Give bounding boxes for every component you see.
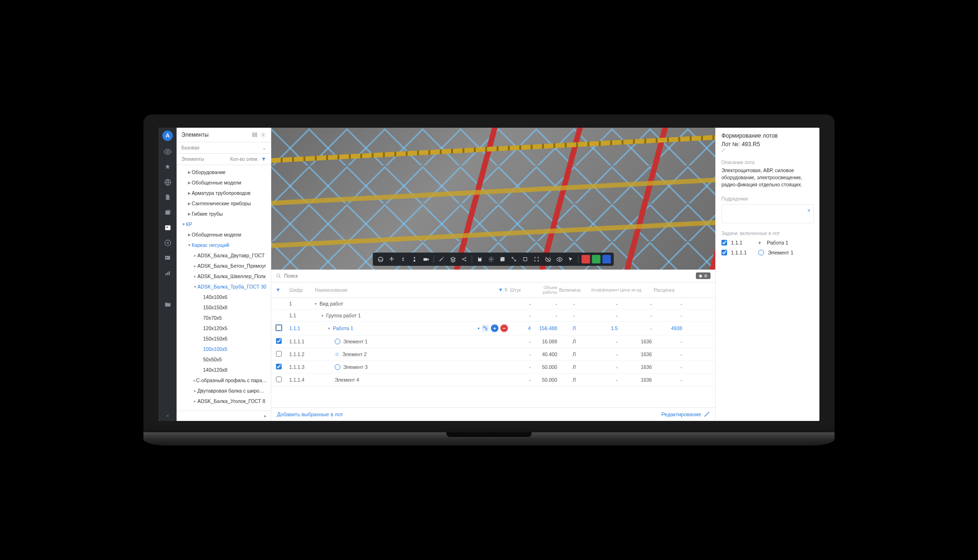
col-name[interactable]: Наименование <box>315 288 347 293</box>
contrast-icon[interactable] <box>498 254 507 264</box>
color-red[interactable] <box>582 255 590 263</box>
save-icon[interactable] <box>475 254 485 264</box>
edit-button[interactable]: Редактирование <box>661 411 710 417</box>
table-row[interactable]: 1.1.1.3Элемент 3-50.000Л-1636- <box>271 361 715 374</box>
camera-icon[interactable] <box>421 254 431 264</box>
tree-item[interactable]: ▶Оборудование <box>177 167 271 177</box>
row-checkbox[interactable] <box>276 351 282 357</box>
pin-icon[interactable] <box>163 163 172 171</box>
col-est[interactable]: Расценка <box>654 288 682 293</box>
app-logo[interactable]: A <box>162 131 173 141</box>
eye-icon[interactable] <box>163 148 172 156</box>
document-icon[interactable] <box>163 193 172 201</box>
expand-icon[interactable]: ▾ <box>478 326 480 331</box>
scroll-right-icon[interactable]: ▸ <box>264 413 267 419</box>
chart-icon[interactable] <box>163 269 172 277</box>
filter-icon[interactable] <box>276 288 280 292</box>
search-tag[interactable]: ◉ ⊘ <box>696 272 711 279</box>
orbit-icon[interactable] <box>376 254 385 264</box>
tree-item[interactable]: 140x100x6 <box>177 292 271 302</box>
measure-icon[interactable] <box>509 254 519 264</box>
tree-item[interactable]: 140x120x8 <box>177 365 271 375</box>
layers-icon[interactable] <box>448 254 458 264</box>
3d-viewer[interactable] <box>271 128 715 270</box>
fit-icon[interactable] <box>532 254 542 264</box>
tree-action-icon[interactable] <box>481 324 489 332</box>
color-green[interactable] <box>592 255 601 263</box>
tree-item[interactable]: ▶Обобщенные модели <box>177 177 271 188</box>
tree-item[interactable]: ▸ADSK_Балка_Двутавр_ГОСТ <box>177 250 271 261</box>
tree-item[interactable]: ▼Каркас несущий <box>177 240 271 250</box>
edit-lot-icon[interactable] <box>721 148 814 152</box>
panel-classification[interactable]: Базовая ⌄ <box>177 142 271 154</box>
zoom-icon[interactable] <box>399 254 408 264</box>
first-person-icon[interactable] <box>410 254 419 264</box>
row-checkbox[interactable] <box>276 376 282 382</box>
tree-item[interactable]: 150x150x8 <box>177 302 271 313</box>
task-checkbox[interactable] <box>721 250 727 255</box>
col-pcs[interactable]: Штук <box>510 288 531 293</box>
tree-item[interactable]: ▶Сантехнические приборы <box>177 198 271 209</box>
table-row[interactable]: 1.1▾Группа работ 1------ <box>271 310 715 322</box>
filter-icon[interactable] <box>498 288 503 292</box>
tree-item[interactable]: ▶Обобщенные модели <box>177 229 271 240</box>
share-icon[interactable] <box>460 254 469 264</box>
tree-item[interactable]: 100x100x5 <box>177 344 271 354</box>
pause-icon[interactable] <box>163 238 172 247</box>
table-row[interactable]: 1.1.1.1Элемент 1-16.088Л-1636- <box>271 335 715 348</box>
tree-item[interactable]: 150x150x6 <box>177 333 271 344</box>
col-unit[interactable]: Величина <box>559 288 589 293</box>
section-icon[interactable] <box>521 254 530 264</box>
list-view-icon[interactable] <box>252 132 258 138</box>
task-checkbox[interactable] <box>721 240 727 245</box>
filter-count-label: Кол-во элем. <box>230 157 258 162</box>
tree-item[interactable]: ▸Двутавровая балка с широ… <box>177 385 271 396</box>
select-icon[interactable] <box>566 254 576 264</box>
tree-item[interactable]: ▸ADSK_Балка_Швеллер_Полк <box>177 271 271 281</box>
tree-item[interactable]: 70x70x5 <box>177 313 271 323</box>
row-checkbox[interactable] <box>276 364 282 369</box>
table-row[interactable]: 1.1.1.4Элемент 4-50.000Л-1636- <box>271 374 715 386</box>
table-row[interactable]: 1.1.1▾Работа 1▾+−4156.488Л1.5-4938 <box>271 322 715 335</box>
add-to-lot-button[interactable]: Добавить выбранные в лот <box>277 411 343 417</box>
pan-icon[interactable] <box>387 254 397 264</box>
row-checkbox[interactable] <box>276 325 282 331</box>
table-row[interactable]: 1.1.1.2☆Элемент 2-40.400Л-1636- <box>271 348 715 361</box>
folder-icon[interactable] <box>163 300 172 308</box>
hide-icon[interactable] <box>543 254 553 264</box>
tree-item[interactable]: ▸ADSK_Балка_Уголок_ГОСТ 8 <box>177 396 271 406</box>
add-icon[interactable]: + <box>491 324 498 332</box>
tree-item[interactable]: ▾ADSK_Балка_Труба_ГОСТ 30 <box>177 281 271 292</box>
table-row[interactable]: 1▾Вид работ------ <box>271 298 715 310</box>
col-price[interactable]: Цена за ед. <box>620 288 652 292</box>
files-icon[interactable] <box>163 208 172 217</box>
contractors-box[interactable]: × <box>721 204 814 223</box>
row-checkbox[interactable] <box>276 338 282 344</box>
collapse-rail-icon[interactable]: » <box>166 413 169 418</box>
color-blue[interactable] <box>603 255 611 263</box>
task-row[interactable]: 1.1.1.1Элемент 1 <box>721 250 814 255</box>
search-input[interactable] <box>284 273 693 279</box>
remove-icon[interactable]: − <box>500 324 508 332</box>
close-icon[interactable]: × <box>808 208 810 213</box>
show-icon[interactable] <box>555 254 564 264</box>
col-volume[interactable]: Объем работы <box>533 285 557 295</box>
sort-icon[interactable]: ⇅ <box>504 288 508 292</box>
tree-item[interactable]: 50x50x5 <box>177 354 271 365</box>
contact-icon[interactable] <box>163 254 172 262</box>
col-coef[interactable]: Коэффициент <box>591 288 618 292</box>
tree-item[interactable]: ▸С-образный профиль с пара… <box>177 375 271 385</box>
tree-item[interactable]: 120x120x5 <box>177 323 271 333</box>
col-code[interactable]: Шифр <box>289 288 313 293</box>
settings-icon[interactable] <box>260 132 266 138</box>
gear-icon[interactable] <box>487 254 496 264</box>
task-row[interactable]: 1.1.1▾Работа 1 <box>721 240 814 246</box>
filter-icon[interactable] <box>261 157 266 162</box>
globe-icon[interactable] <box>163 178 172 186</box>
checklist-icon[interactable] <box>163 223 172 232</box>
tree-item[interactable]: ▶Гибкие трубы <box>177 209 271 219</box>
tree-item[interactable]: ▶Арматура трубопроводов <box>177 188 271 198</box>
tree-item[interactable]: ▼КР <box>177 219 271 229</box>
tree-item[interactable]: ▸ADSK_Балка_Бетон_Прямоуг <box>177 261 271 271</box>
edit-icon[interactable] <box>437 254 446 264</box>
